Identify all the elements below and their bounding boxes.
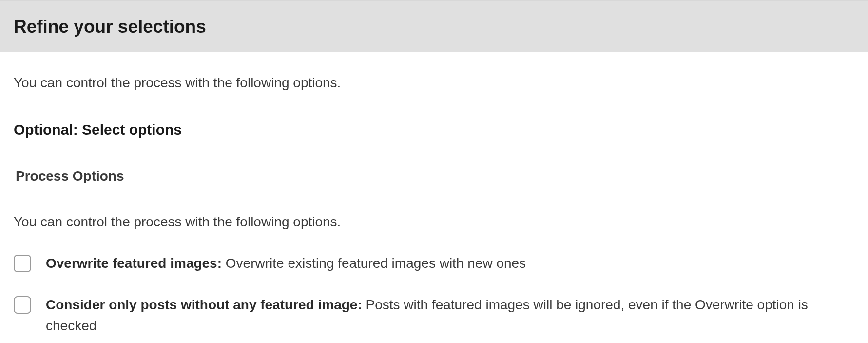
content-area: You can control the process with the fol…: [0, 73, 868, 337]
process-options-desc: You can control the process with the fol…: [14, 212, 854, 232]
consider-only-text: Consider only posts without any featured…: [46, 294, 854, 337]
process-options-title: Process Options: [14, 166, 854, 186]
overwrite-text: Overwrite featured images: Overwrite exi…: [46, 253, 526, 274]
option-overwrite: Overwrite featured images: Overwrite exi…: [14, 253, 854, 274]
page-title: Refine your selections: [14, 13, 854, 40]
intro-text: You can control the process with the fol…: [14, 73, 854, 93]
consider-only-label: Consider only posts without any featured…: [46, 297, 362, 312]
overwrite-label: Overwrite featured images:: [46, 256, 222, 271]
consider-only-checkbox[interactable]: [14, 296, 31, 314]
section-header: Refine your selections: [0, 0, 868, 52]
overwrite-desc: Overwrite existing featured images with …: [222, 256, 526, 271]
overwrite-checkbox[interactable]: [14, 255, 31, 272]
optional-heading: Optional: Select options: [14, 119, 854, 141]
option-consider-only: Consider only posts without any featured…: [14, 294, 854, 337]
